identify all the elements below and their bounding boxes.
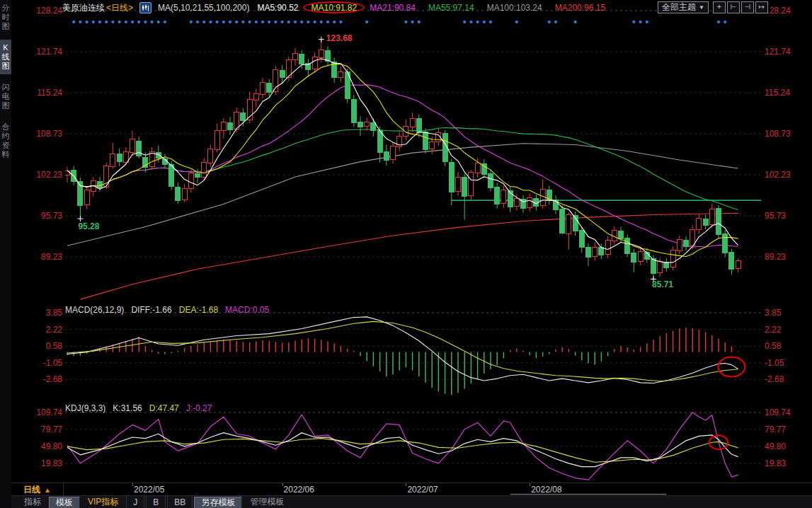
candle-body [599,248,604,255]
main-price-panel [65,21,762,299]
candle-body [215,130,219,150]
axis-label: 109.74 [36,408,62,417]
candle-body [110,154,115,167]
trading-app-window: 128.24128.24121.74121.74115.24115.24108.… [0,0,812,508]
candle-body [299,54,304,64]
ma5-line [67,59,738,262]
signal-dot [333,21,336,23]
candle-body [130,139,135,152]
signal-dot [268,21,270,23]
axis-label: 89.23 [765,252,786,262]
ma100-line [67,144,738,246]
candle-body [261,82,265,94]
candle-body [365,122,370,126]
symbol-name[interactable]: 美原油连续 [62,2,105,14]
sidebar-item-3[interactable]: 合约资料 [0,119,11,163]
signal-dot [646,21,648,23]
tab-5[interactable]: BB [167,496,193,508]
kdj-params-label[interactable]: KDJ(9,3,3) [65,403,105,413]
tab-7[interactable]: 管理模板 [244,496,290,508]
signal-dot [326,21,329,23]
axis-label: 108.73 [36,129,62,139]
axis-label: 95.73 [765,211,786,221]
sidebar-item-1[interactable]: K线图 [0,40,11,74]
tab-6[interactable]: 另存模板 [194,497,242,508]
signal-dot [72,21,75,23]
candle-body [658,262,663,273]
axis-label: 19.83 [41,458,62,468]
sidebar-item-0[interactable]: 分时图 [0,0,11,35]
month-tick [282,483,283,486]
candle-body [98,181,103,187]
candle-body [195,174,200,178]
axis-label: 3.85 [765,308,782,318]
signal-dot [261,21,264,23]
candle-body [723,233,728,253]
tab-0[interactable]: 指标 [18,496,47,508]
kdj-d-value: D:47.47 [149,403,179,413]
signal-dot [287,21,290,23]
signal-dot [255,21,258,23]
kdj-j-value: J:-0.27 [186,403,212,413]
h-scrollbar[interactable] [510,494,667,495]
tab-4[interactable]: B [146,496,166,508]
candle-body [560,209,565,233]
axis-label: 0.58 [46,341,63,351]
axis-label: 0.58 [765,341,782,351]
tab-3[interactable]: J [126,496,144,508]
candle-body [469,173,474,196]
axis-label: 49.80 [41,441,62,451]
candle-body [117,154,122,162]
candle-body [495,187,500,204]
axis-label: -1.05 [765,358,784,368]
candle-body [475,163,480,173]
chevron-down-icon: ▼ [699,2,704,13]
signal-dot [118,21,121,23]
candle-body [684,240,689,246]
signal-dot [483,21,486,23]
ma-values: MA5:90.52MA10:91.82MA21:90.84MA55:97.14M… [256,3,607,13]
tab-1[interactable]: 模板 [49,497,80,508]
axis-left-icon[interactable]: ⊢ [727,1,740,13]
axis-label: 3.85 [46,308,63,318]
axis-label: 2.22 [46,325,63,335]
pan-right-icon[interactable]: ↦ [755,1,768,13]
period-selector[interactable]: 日线 ▲ [11,483,64,496]
candle-body [234,112,239,129]
sidebar-item-2[interactable]: 闪电图 [0,79,11,114]
axis-label: 128.24 [36,6,62,16]
candle-body [729,252,734,269]
macd-macd-value: MACD:0.05 [225,305,269,315]
axis-label: 79.77 [765,425,786,434]
macd-dea-line [67,321,738,381]
signal-dot [137,21,140,23]
candle-body [514,198,519,207]
signal-dot [639,21,642,23]
crosshair-icon[interactable]: + [713,1,726,13]
candle-body [293,53,298,60]
ma-value-0: MA5:90.52 [256,3,299,13]
signal-dot [241,21,244,23]
theme-dropdown[interactable]: 全部主题 ▼ [658,1,709,13]
axis-label: -1.05 [43,358,63,368]
x-axis-label: 2022/05 [134,485,164,495]
kdj-header: KDJ(9,3,3) K:31.56 D:47.47 J:-0.27 [65,403,212,413]
candle-body [670,250,675,267]
period-label: 日线 [23,484,40,496]
signal-dot [131,21,134,23]
chart-canvas[interactable]: 128.24128.24121.74121.74115.24115.24108.… [0,0,812,508]
candle-body [605,240,610,255]
axis-right-icon[interactable]: ⊣ [741,1,754,13]
kdj-j-line [67,412,738,480]
tab-2[interactable]: VIP指标 [81,496,125,508]
signal-dot [724,21,726,23]
axis-label: 121.74 [765,47,791,57]
kline-settings-icon[interactable] [139,2,151,13]
signal-dot [294,21,297,23]
signal-dot [164,21,166,23]
candle-body [709,209,714,225]
period-tag[interactable]: <日线> [106,2,133,14]
axis-label: 2.22 [765,325,782,335]
macd-params-label[interactable]: MACD(26,12,9) [65,305,124,315]
ma-settings-label[interactable]: MA(5,10,21,55,100,200) [158,3,249,13]
